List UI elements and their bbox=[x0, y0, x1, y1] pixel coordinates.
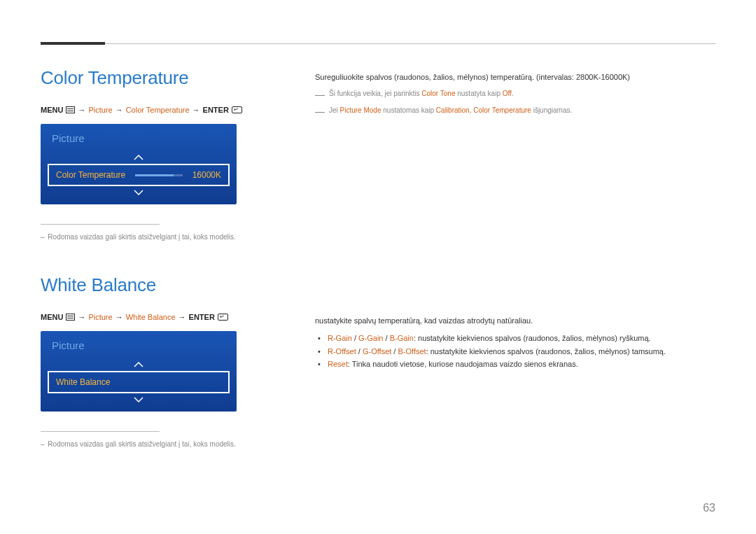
t: nustatyta kaip bbox=[455, 90, 502, 97]
t: nustatomas kaip bbox=[381, 106, 435, 114]
dash-note: ― Jei Picture Mode nustatomas kaip Calib… bbox=[315, 105, 715, 119]
section-title: Color Temperature bbox=[41, 67, 272, 89]
osd-row-label: Color Temperature bbox=[56, 170, 125, 180]
osd-slider-fill bbox=[135, 174, 174, 176]
section-white-balance: White Balance MENU → Picture → White Bal… bbox=[41, 274, 272, 449]
intro-text: Sureguliuokite spalvos (raudonos, žalios… bbox=[315, 71, 715, 84]
dash-note: ― Ši funkcija veikia, jei parinktis Colo… bbox=[315, 88, 715, 102]
arrow-icon: → bbox=[115, 106, 123, 114]
accent: G-Offset bbox=[363, 347, 391, 356]
menu-icon bbox=[66, 314, 75, 321]
arrow-icon: → bbox=[192, 106, 200, 114]
model-note: – Rodomas vaizdas gali skirtis atsižvelg… bbox=[41, 439, 272, 449]
bullet-list: R-Gain / G-Gain / B-Gain: nustatykite ki… bbox=[315, 332, 715, 371]
description-white-balance: nustatykite spalvų temperatūrą, kad vaiz… bbox=[315, 315, 715, 371]
t: išjungiamas. bbox=[531, 106, 572, 114]
horizontal-rule-accent bbox=[41, 42, 105, 45]
dash-icon: ― bbox=[315, 104, 325, 119]
accent: Picture Mode bbox=[340, 106, 382, 114]
breadcrumb-enter: ENTER bbox=[203, 106, 229, 114]
chevron-up-icon bbox=[41, 151, 237, 164]
breadcrumb-menu: MENU bbox=[41, 313, 63, 321]
t: Ši funkcija veikia, jei parinktis bbox=[329, 90, 421, 97]
note-text: Rodomas vaizdas gali skirtis atsižvelgia… bbox=[48, 233, 235, 241]
horizontal-rule bbox=[41, 43, 715, 44]
accent: G-Gain bbox=[358, 334, 383, 342]
accent: Reset bbox=[328, 360, 348, 368]
t: . bbox=[512, 90, 514, 97]
chevron-down-icon bbox=[41, 393, 237, 406]
breadcrumb-item: White Balance bbox=[126, 313, 176, 321]
dash-note-text: Jei Picture Mode nustatomas kaip Calibra… bbox=[329, 105, 572, 119]
breadcrumb-picture: Picture bbox=[88, 313, 112, 321]
t: Jei bbox=[329, 106, 340, 114]
t: / bbox=[356, 347, 363, 356]
menu-icon bbox=[66, 106, 75, 113]
divider bbox=[41, 431, 160, 432]
list-item: Reset: Tinka naudoti vietose, kuriose na… bbox=[328, 358, 715, 371]
enter-icon bbox=[218, 314, 228, 321]
t: : nustatykite kiekvienos spalvos (raudon… bbox=[414, 334, 651, 342]
breadcrumb: MENU → Picture → White Balance → ENTER bbox=[41, 313, 272, 321]
accent: R-Offset bbox=[328, 347, 356, 356]
divider bbox=[41, 224, 160, 225]
t: : nustatykite kiekvienos spalvos (raudon… bbox=[426, 347, 666, 356]
note-text: Rodomas vaizdas gali skirtis atsižvelgia… bbox=[48, 440, 235, 448]
note-prefix: – bbox=[41, 440, 45, 448]
accent: B-Gain bbox=[390, 334, 414, 342]
t: / bbox=[383, 334, 389, 342]
breadcrumb-picture: Picture bbox=[88, 106, 112, 114]
arrow-icon: → bbox=[78, 313, 85, 321]
osd-panel: Picture Color Temperature 16000K bbox=[41, 124, 237, 204]
breadcrumb-item: Color Temperature bbox=[126, 106, 190, 114]
accent: B-Offset bbox=[398, 347, 426, 356]
model-note: – Rodomas vaizdas gali skirtis atsižvelg… bbox=[41, 232, 272, 242]
osd-panel: Picture White Balance bbox=[41, 331, 237, 412]
breadcrumb: MENU → Picture → Color Temperature → ENT… bbox=[41, 106, 272, 114]
page-number: 63 bbox=[703, 502, 715, 514]
arrow-icon: → bbox=[178, 313, 186, 321]
note-prefix: – bbox=[41, 233, 45, 241]
accent: Calibration bbox=[436, 106, 470, 114]
t: / bbox=[352, 334, 358, 342]
arrow-icon: → bbox=[115, 313, 123, 321]
breadcrumb-menu: MENU bbox=[41, 106, 63, 114]
accent: Off bbox=[503, 90, 512, 97]
chevron-up-icon bbox=[41, 358, 237, 371]
osd-row-value: 16000K bbox=[192, 170, 221, 180]
right-column: Sureguliuokite spalvos (raudonos, žalios… bbox=[315, 67, 715, 482]
section-title: White Balance bbox=[41, 274, 272, 296]
arrow-icon: → bbox=[78, 106, 85, 114]
accent: Color Temperature bbox=[473, 106, 531, 114]
list-item: R-Gain / G-Gain / B-Gain: nustatykite ki… bbox=[328, 332, 715, 345]
t: : Tinka naudoti vietose, kuriose naudoja… bbox=[348, 360, 578, 368]
osd-row-white-balance: White Balance bbox=[48, 371, 230, 393]
dash-icon: ― bbox=[315, 87, 325, 102]
osd-panel-title: Picture bbox=[41, 124, 237, 151]
left-column: Color Temperature MENU → Picture → Color… bbox=[41, 67, 272, 482]
osd-panel-title: Picture bbox=[41, 331, 237, 358]
section-color-temperature: Color Temperature MENU → Picture → Color… bbox=[41, 67, 272, 242]
dash-note-text: Ši funkcija veikia, jei parinktis Color … bbox=[329, 88, 514, 102]
osd-row-label: White Balance bbox=[56, 377, 110, 387]
accent: R-Gain bbox=[328, 334, 352, 342]
intro-text: nustatykite spalvų temperatūrą, kad vaiz… bbox=[315, 315, 715, 328]
osd-row-color-temperature: Color Temperature 16000K bbox=[48, 164, 230, 186]
description-color-temperature: Sureguliuokite spalvos (raudonos, žalios… bbox=[315, 71, 715, 119]
accent: Color Tone bbox=[421, 90, 455, 97]
enter-icon bbox=[232, 106, 242, 113]
osd-slider bbox=[135, 174, 182, 176]
breadcrumb-enter: ENTER bbox=[189, 313, 215, 321]
list-item: R-Offset / G-Offset / B-Offset: nustatyk… bbox=[328, 345, 715, 358]
chevron-down-icon bbox=[41, 186, 237, 199]
